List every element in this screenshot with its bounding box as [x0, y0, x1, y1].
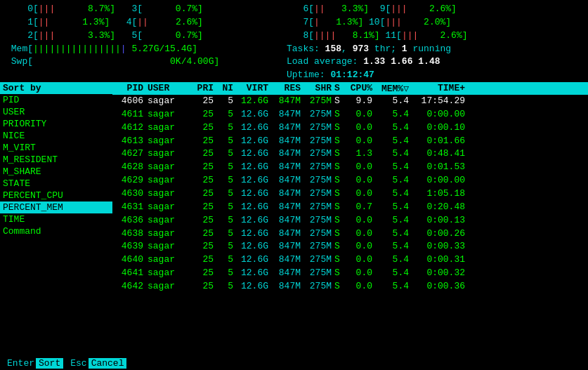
table-row[interactable]: 4611 sagar 25 5 12.6G 847M 275M S 0.0 5.… [112, 108, 588, 121]
cell-res: 847M [271, 187, 303, 201]
swp-row: Swp[ 0K/4.00G] [6, 55, 287, 69]
cell-cpu: 0.0 [346, 227, 375, 241]
swp-label: Swp[ [6, 55, 33, 69]
cell-virt: 12.6G [236, 280, 271, 293]
cell-user: sagar [146, 201, 190, 214]
sort-item-pid[interactable]: PID [0, 94, 112, 106]
sort-item-command[interactable]: Command [0, 225, 112, 237]
table-row[interactable]: 4631 sagar 25 5 12.6G 847M 275M S 0.7 5.… [112, 201, 588, 214]
table-row[interactable]: 4640 sagar 25 5 12.6G 847M 275M S 0.0 5.… [112, 253, 588, 267]
cpu-right: 6[|| 3.3%] 9[||| 2.6%] 7[| 1.3%] 10[||| … [287, 3, 582, 82]
cpu1-bar: || [39, 16, 50, 29]
cell-s: S [334, 253, 346, 267]
screen: 0[||| 8.7%] 3[ 0.7%] 1[|| 1.3%] 4[|| 2.6… [0, 0, 588, 370]
cell-cpu: 0.0 [346, 187, 375, 201]
uptime-row: Uptime: 01:12:47 [287, 69, 582, 82]
table-row[interactable]: 4629 sagar 25 5 12.6G 847M 275M S 0.0 5.… [112, 174, 588, 187]
cell-pri: 25 [190, 214, 216, 227]
cpu0-label: 0[ [6, 3, 39, 16]
cell-ni: 5 [216, 267, 236, 280]
tasks-sep: , [341, 43, 353, 56]
table-row[interactable]: 4638 sagar 25 5 12.6G 847M 275M S 0.0 5.… [112, 227, 588, 241]
cell-time: 0:00.32 [412, 267, 468, 280]
table-row[interactable]: 4641 sagar 25 5 12.6G 847M 275M S 0.0 5.… [112, 267, 588, 280]
cpu0-pct: 8.7%] [55, 3, 115, 16]
sort-item-time[interactable]: TIME [0, 213, 112, 225]
cell-pri: 25 [190, 161, 216, 174]
table-row[interactable]: 4628 sagar 25 5 12.6G 847M 275M S 0.0 5.… [112, 161, 588, 174]
cell-virt: 12.6G [236, 108, 271, 121]
header: 0[||| 8.7%] 3[ 0.7%] 1[|| 1.3%] 4[|| 2.6… [0, 0, 588, 82]
cpu8-label: 8[ [287, 29, 314, 43]
cell-virt: 12.6G [236, 161, 271, 174]
cpu-row-710: 7[| 1.3%] 10[||| 2.0%] [287, 16, 582, 29]
sort-item-mvirt[interactable]: M_VIRT [0, 142, 112, 154]
esc-label: Cancel [89, 358, 127, 369]
table-row[interactable]: 4613 sagar 25 5 12.6G 847M 275M S 0.0 5.… [112, 135, 588, 148]
table-container: Sort by PID USER PRIORITY NICE M_VIRT M_… [0, 82, 588, 357]
table-row[interactable]: 4627 sagar 25 5 12.6G 847M 275M S 1.3 5.… [112, 147, 588, 161]
cell-cpu: 0.0 [346, 280, 375, 293]
sort-menu: Sort by PID USER PRIORITY NICE M_VIRT M_… [0, 82, 112, 357]
cpu-row-811: 8[|||| 8.1%] 11[||| 2.6%] [287, 29, 582, 43]
cell-mem: 5.4 [375, 108, 412, 121]
sort-item-mresident[interactable]: M_RESIDENT [0, 154, 112, 166]
cpu2-label: 2[ [6, 29, 39, 43]
cpu8-pct: 8.1%] [336, 29, 379, 43]
cell-mem: 5.4 [375, 280, 412, 293]
cell-user: sagar [146, 135, 190, 148]
esc-cancel-btn[interactable]: EscCancel [69, 358, 132, 369]
cell-mem: 5.4 [375, 135, 412, 148]
cell-user: sagar [146, 187, 190, 201]
cell-user: sagar [146, 121, 190, 135]
cell-shr: 275M [303, 161, 334, 174]
cell-s: S [334, 240, 346, 253]
cell-s: S [334, 147, 346, 161]
sort-item-pcpu[interactable]: PERCENT_CPU [0, 190, 112, 201]
cell-pid: 4640 [112, 253, 146, 267]
sort-item-pmem[interactable]: PERCENT_MEM [0, 201, 112, 213]
table-row[interactable]: 4636 sagar 25 5 12.6G 847M 275M S 0.0 5.… [112, 214, 588, 227]
sort-item-user[interactable]: USER [0, 106, 112, 118]
sort-item-priority[interactable]: PRIORITY [0, 118, 112, 130]
cell-pid: 4631 [112, 201, 146, 214]
cell-res: 847M [271, 147, 303, 161]
cell-res: 847M [271, 161, 303, 174]
cell-virt: 12.6G [236, 227, 271, 241]
cpu4-pct: 2.6%] [148, 16, 203, 29]
cell-user: sagar [146, 95, 190, 108]
table-row[interactable]: 4612 sagar 25 5 12.6G 847M 275M S 0.0 5.… [112, 121, 588, 135]
cpu7-bar: | [314, 16, 320, 29]
sort-item-mshare[interactable]: M_SHARE [0, 166, 112, 178]
cell-res: 847M [271, 174, 303, 187]
tasks-running-label: running [407, 43, 451, 56]
load-label: Load average: [287, 55, 363, 69]
cell-mem: 5.4 [375, 214, 412, 227]
cell-pri: 25 [190, 280, 216, 293]
table-row[interactable]: 4630 sagar 25 5 12.6G 847M 275M S 0.0 5.… [112, 187, 588, 201]
col-header-ni: NI [216, 83, 236, 94]
tasks-label: Tasks: [287, 43, 325, 56]
cell-mem: 5.4 [375, 253, 412, 267]
cell-s: S [334, 108, 346, 121]
enter-sort-btn[interactable]: EnterSort [6, 358, 69, 369]
enter-key: Enter [6, 358, 36, 369]
cell-res: 847M [271, 121, 303, 135]
cell-ni: 5 [216, 240, 236, 253]
cell-time: 17:54.29 [412, 95, 468, 108]
sort-item-state[interactable]: STATE [0, 178, 112, 190]
cell-pid: 4638 [112, 227, 146, 241]
table-row[interactable]: 4606 sagar 25 5 12.6G 847M 275M S 9.9 5.… [112, 95, 588, 108]
cell-time: 0:48.41 [412, 147, 468, 161]
sort-item-nice[interactable]: NICE [0, 130, 112, 142]
cpu10-label: 10[ [363, 16, 385, 29]
table-row[interactable]: 4639 sagar 25 5 12.6G 847M 275M S 0.0 5.… [112, 240, 588, 253]
cell-virt: 12.6G [236, 147, 271, 161]
cell-virt: 12.6G [236, 253, 271, 267]
cell-time: 0:00.33 [412, 240, 468, 253]
cpu9-bar: ||| [391, 3, 407, 16]
table-row[interactable]: 4642 sagar 25 5 12.6G 847M 275M S 0.0 5.… [112, 280, 588, 293]
cell-pid: 4606 [112, 95, 146, 108]
cell-shr: 275M [303, 201, 334, 214]
cell-pid: 4636 [112, 214, 146, 227]
